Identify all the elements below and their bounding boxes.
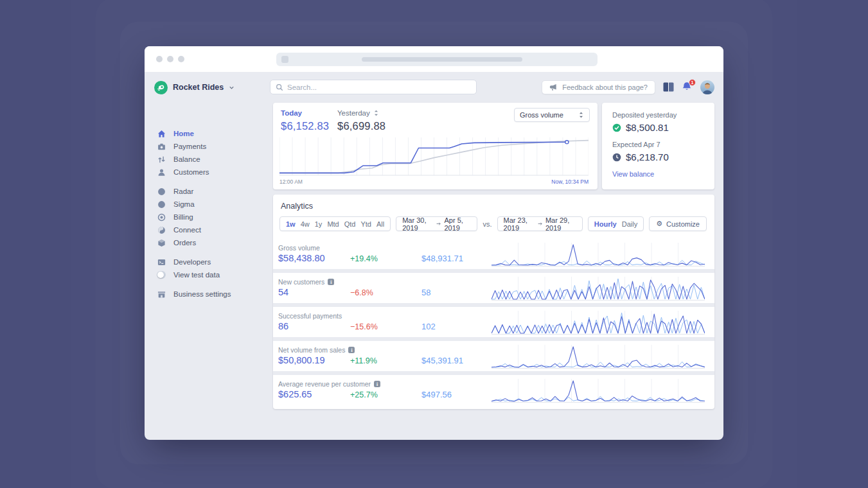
metric-row-gross-volume[interactable]: Gross volume $58,438.80 +19.4% $48,931.7… <box>273 239 714 269</box>
axis-start-label: 12:00 AM <box>279 179 303 185</box>
url-bar[interactable] <box>276 53 598 66</box>
chevron-down-icon <box>229 85 235 91</box>
view-balance-link[interactable]: View balance <box>612 170 704 178</box>
arrow-right-icon <box>436 221 441 227</box>
metric-row-successful-payments[interactable]: Successful payments 86 −15.6% 102 <box>273 307 714 337</box>
browser-window: Rocket Rides Home Payments Balance Custo… <box>145 46 723 440</box>
sidebar-item-payments[interactable]: Payments <box>145 140 270 153</box>
metric-change: +19.4% <box>350 254 378 263</box>
metric-sparkline <box>492 378 705 403</box>
info-icon[interactable]: i <box>348 347 355 353</box>
check-circle-icon <box>612 123 621 132</box>
date-range-2[interactable]: Mar 23, 2019 Mar 29, 2019 <box>497 216 583 231</box>
range-tab-1w[interactable]: 1w <box>286 220 296 228</box>
metric-row-net-volume-from-sales[interactable]: Net volume from salesi $50,800.19 +11.9%… <box>273 341 714 371</box>
info-icon[interactable]: i <box>374 381 380 387</box>
balance-icon <box>157 155 166 164</box>
yesterday-value: $6,699.88 <box>337 120 385 132</box>
range-tab-all[interactable]: All <box>376 220 384 228</box>
orders-icon <box>157 238 166 247</box>
sidebar-item-view-test-data[interactable]: View test data <box>145 268 270 281</box>
range-tab-qtd[interactable]: Qtd <box>344 220 356 228</box>
sidebar-item-label: Connect <box>173 226 201 234</box>
date-range-1-end: Apr 5, 2019 <box>444 216 471 232</box>
metric-sparkline <box>492 275 705 301</box>
window-zoom-button[interactable] <box>178 56 184 62</box>
metric-row-new-customers[interactable]: New customersi 54 −6.8% 58 <box>273 273 714 303</box>
granularity-daily[interactable]: Daily <box>622 220 637 228</box>
info-icon[interactable]: i <box>328 279 334 285</box>
metric-label: Successful payments <box>278 312 342 320</box>
customize-button[interactable]: ⚙ Customize <box>649 216 707 231</box>
sidebar-item-balance[interactable]: Balance <box>145 153 270 166</box>
sidebar-item-developers[interactable]: Developers <box>145 256 270 268</box>
browser-chrome <box>145 46 723 72</box>
metric-label: New customersi <box>278 278 334 286</box>
metric-change: +11.9% <box>350 356 377 365</box>
sidebar-item-billing[interactable]: Billing <box>145 211 270 223</box>
range-tab-1y[interactable]: 1y <box>315 220 323 228</box>
sidebar-item-orders[interactable]: Orders <box>145 236 270 249</box>
metric-row-average-revenue-per-customer[interactable]: Average revenue per customeri $625.65 +2… <box>273 375 714 405</box>
sidebar-item-label: Home <box>173 130 194 137</box>
today-value: $6,152.83 <box>281 120 329 132</box>
sorter-icon <box>373 109 379 117</box>
main-content: Feedback about this page? 1 Today $6,152… <box>270 72 723 440</box>
sidebar-item-sigma[interactable]: Sigma <box>145 198 270 211</box>
customize-label: Customize <box>666 220 700 228</box>
notification-badge: 1 <box>689 79 696 86</box>
granularity-toggle: HourlyDaily <box>588 216 644 231</box>
search-box[interactable] <box>270 80 477 94</box>
sidebar-item-label: Billing <box>173 213 193 221</box>
metric-label: Average revenue per customeri <box>278 380 380 388</box>
search-input[interactable] <box>287 83 471 91</box>
granularity-hourly[interactable]: Hourly <box>594 220 617 228</box>
metric-label: Net volume from salesi <box>278 346 355 354</box>
metric-select-dropdown[interactable]: Gross volume <box>514 108 590 122</box>
expected-value: $6,218.70 <box>626 152 669 162</box>
metric-value: 54 <box>278 287 288 297</box>
account-name: Rocket Rides <box>173 83 224 92</box>
sidebar-item-customers[interactable]: Customers <box>145 166 270 179</box>
sidebar-item-home[interactable]: Home <box>145 127 270 140</box>
rocket-rides-logo-icon <box>154 81 168 94</box>
metric-compare-value: $497.56 <box>421 390 452 399</box>
date-range-1[interactable]: Mar 30, 2019 Apr 5, 2019 <box>396 216 477 231</box>
yesterday-label: Yesterday <box>337 109 370 117</box>
payments-icon <box>157 142 166 151</box>
metric-compare-value: $45,391.91 <box>421 356 463 365</box>
sidebar-group: Home Payments Balance Customers <box>145 127 270 179</box>
metric-change: −6.8% <box>350 288 373 297</box>
sidebar-item-label: Balance <box>173 155 200 163</box>
metric-compare-value: $48,931.71 <box>421 254 463 263</box>
notifications-bell[interactable]: 1 <box>682 82 693 93</box>
range-tab-ytd[interactable]: Ytd <box>360 220 371 228</box>
date-range-2-start: Mar 23, 2019 <box>504 216 535 232</box>
yesterday-tab[interactable]: Yesterday <box>337 109 385 117</box>
sidebar-item-label: Developers <box>173 258 211 266</box>
range-tab-4w[interactable]: 4w <box>301 220 310 228</box>
sidebar-item-label: Orders <box>173 239 196 247</box>
docs-book-icon[interactable] <box>663 82 674 92</box>
sidebar-item-connect[interactable]: Connect <box>145 223 270 236</box>
range-tab-mtd[interactable]: Mtd <box>327 220 339 228</box>
developers-icon <box>157 257 166 266</box>
settings-icon <box>157 290 166 299</box>
metric-label: Gross volume <box>278 244 320 252</box>
account-switcher[interactable]: Rocket Rides <box>154 80 235 94</box>
sidebar-item-business-settings[interactable]: Business settings <box>145 288 270 301</box>
deposited-label: Deposited yesterday <box>612 111 704 119</box>
vs-label: vs. <box>483 220 492 228</box>
connect-icon <box>157 225 166 234</box>
feedback-button[interactable]: Feedback about this page? <box>542 80 655 94</box>
window-minimize-button[interactable] <box>167 56 173 62</box>
overview-line-chart <box>279 136 589 176</box>
today-tab[interactable]: Today <box>281 109 329 117</box>
metric-change: −15.6% <box>350 322 378 331</box>
test-data-toggle[interactable] <box>157 270 166 279</box>
window-close-button[interactable] <box>156 56 163 62</box>
user-avatar[interactable] <box>700 80 714 94</box>
arrow-right-icon <box>538 221 542 227</box>
metric-sparkline <box>492 241 705 267</box>
sidebar-item-radar[interactable]: Radar <box>145 185 270 198</box>
